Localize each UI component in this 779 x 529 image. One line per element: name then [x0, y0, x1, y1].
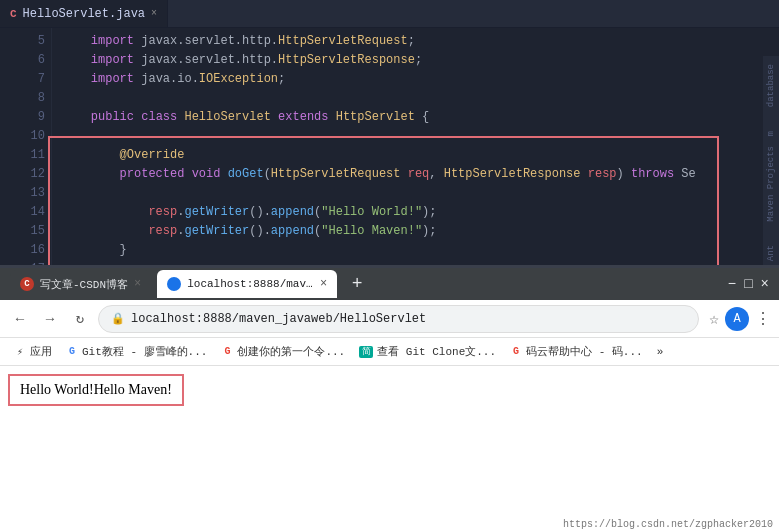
muyun-label: 码云帮助中心 - 码...	[526, 344, 643, 359]
bookmark-more[interactable]: »	[651, 344, 670, 360]
csdn-tab-label: 写文章-CSDN博客	[40, 277, 128, 292]
ide-tab-close[interactable]: ×	[151, 8, 157, 19]
profile-button[interactable]: A	[725, 307, 749, 331]
browser-toolbar: ← → ↻ 🔒 localhost:8888/maven_javaweb/Hel…	[0, 300, 779, 338]
address-bar[interactable]: 🔒 localhost:8888/maven_javaweb/HelloServ…	[98, 305, 699, 333]
ide-tab-bar: C HelloServlet.java ×	[0, 0, 779, 28]
minimize-button[interactable]: −	[728, 276, 736, 292]
gitclone-favicon: 简	[359, 346, 373, 358]
status-bar: https://blog.csdn.net/zgphacker2010	[557, 517, 779, 529]
bookmark-gitclone[interactable]: 简 查看 Git Clone文...	[353, 342, 502, 361]
git-label: Git教程 - 廖雪峰的...	[82, 344, 207, 359]
bookmark-apps[interactable]: ⚡ 应用	[8, 342, 58, 361]
code-area: 5 6 7 8 9 10 11 12 13 14 15 16 17 import…	[0, 28, 779, 265]
sidebar-label-ant[interactable]: Ant	[766, 241, 776, 265]
java-icon: C	[10, 8, 17, 20]
line-numbers: 5 6 7 8 9 10 11 12 13 14 15 16 17	[14, 28, 52, 265]
right-sidebar: database m Maven Projects Ant	[763, 56, 779, 265]
create-label: 创建你的第一个令...	[237, 344, 345, 359]
back-button[interactable]: ←	[8, 307, 32, 331]
gutter-area	[0, 28, 14, 265]
maximize-button[interactable]: □	[744, 276, 752, 292]
gitclone-label: 查看 Git Clone文...	[377, 344, 496, 359]
forward-button[interactable]: →	[38, 307, 62, 331]
hello-output-text: Hello World!Hello Maven!	[20, 382, 172, 397]
bookmark-git[interactable]: G Git教程 - 廖雪峰的...	[60, 342, 213, 361]
localhost-favicon	[167, 277, 181, 291]
address-text: localhost:8888/maven_javaweb/HelloServle…	[131, 312, 426, 326]
ide-tab-hellservlet[interactable]: C HelloServlet.java ×	[0, 0, 168, 27]
lock-icon: 🔒	[111, 312, 125, 325]
apps-favicon: ⚡	[14, 346, 26, 358]
browser-body: ← → ↻ 🔒 localhost:8888/maven_javaweb/Hel…	[0, 300, 779, 529]
apps-label: 应用	[30, 344, 52, 359]
code-line-14: resp.getWriter().append("Hello World!");	[62, 203, 779, 222]
code-line-10	[62, 127, 779, 146]
refresh-button[interactable]: ↻	[68, 307, 92, 331]
localhost-tab-label: localhost:8888/maven_javaweb	[187, 278, 314, 290]
code-line-15: resp.getWriter().append("Hello Maven!");	[62, 222, 779, 241]
ide-panel: C HelloServlet.java × 5 6 7 8 9 10 11 12…	[0, 0, 779, 265]
code-line-6: import javax.servlet.http.HttpServletRes…	[62, 51, 779, 70]
browser-panel: C 写文章-CSDN博客 × localhost:8888/maven_java…	[0, 265, 779, 529]
code-line-12: protected void doGet(HttpServletRequest …	[62, 165, 779, 184]
csdn-favicon: C	[20, 277, 34, 291]
muyun-favicon: G	[510, 346, 522, 358]
code-line-16: }	[62, 241, 779, 260]
sidebar-label-maven[interactable]: m	[766, 127, 776, 140]
window-controls: − □ ×	[728, 276, 769, 292]
code-line-7: import java.io.IOException;	[62, 70, 779, 89]
browser-title-bar: C 写文章-CSDN博客 × localhost:8888/maven_java…	[0, 268, 779, 300]
bookmarks-bar: ⚡ 应用 G Git教程 - 廖雪峰的... G 创建你的第一个令... 简 查…	[0, 338, 779, 366]
create-favicon: G	[221, 346, 233, 358]
sidebar-label-database[interactable]: database	[766, 60, 776, 111]
csdn-tab-close[interactable]: ×	[134, 277, 141, 291]
code-line-11: @Override	[62, 146, 779, 165]
code-line-9: public class HelloServlet extends HttpSe…	[62, 108, 779, 127]
new-tab-button[interactable]: +	[343, 270, 371, 298]
code-content: import javax.servlet.http.HttpServletReq…	[52, 28, 779, 265]
close-button[interactable]: ×	[761, 276, 769, 292]
code-line-8	[62, 89, 779, 108]
browser-tab-csdn[interactable]: C 写文章-CSDN博客 ×	[10, 270, 151, 298]
code-line-13	[62, 184, 779, 203]
bookmark-create[interactable]: G 创建你的第一个令...	[215, 342, 351, 361]
ide-tab-filename: HelloServlet.java	[23, 7, 145, 21]
chrome-menu-button[interactable]: ⋮	[755, 309, 771, 329]
browser-tab-localhost[interactable]: localhost:8888/maven_javaweb ×	[157, 270, 337, 298]
bookmark-star-button[interactable]: ☆	[709, 309, 719, 329]
sidebar-label-maven-projects[interactable]: Maven Projects	[766, 142, 776, 226]
more-label: »	[657, 346, 664, 358]
hello-output-box: Hello World!Hello Maven!	[8, 374, 184, 406]
code-line-5: import javax.servlet.http.HttpServletReq…	[62, 32, 779, 51]
bookmark-muyun[interactable]: G 码云帮助中心 - 码...	[504, 342, 649, 361]
browser-content: Hello World!Hello Maven! https://blog.cs…	[0, 366, 779, 529]
git-favicon: G	[66, 346, 78, 358]
localhost-tab-close[interactable]: ×	[320, 277, 327, 291]
